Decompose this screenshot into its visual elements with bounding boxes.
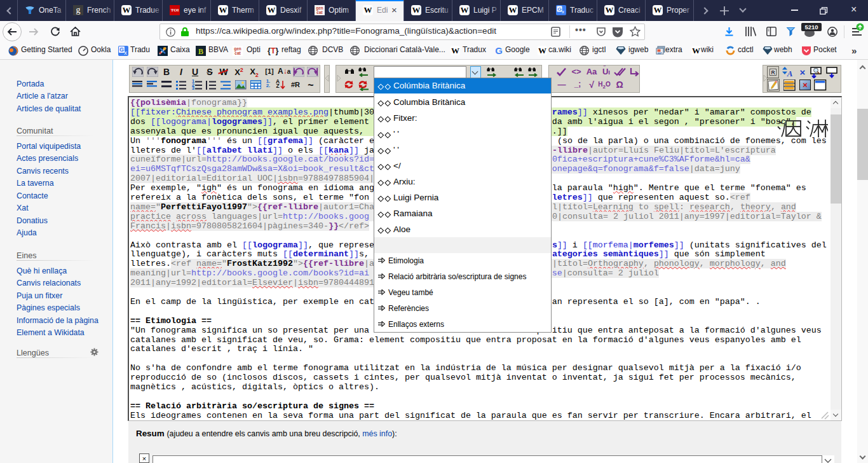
svg-text:A: A [787,69,793,78]
svg-text:G: G [495,46,503,56]
svg-text:B: B [198,47,203,56]
svg-text:x: x [562,9,564,15]
svg-text:x: x [124,50,127,56]
svg-text:G: G [119,46,124,53]
svg-text:G: G [557,6,561,12]
